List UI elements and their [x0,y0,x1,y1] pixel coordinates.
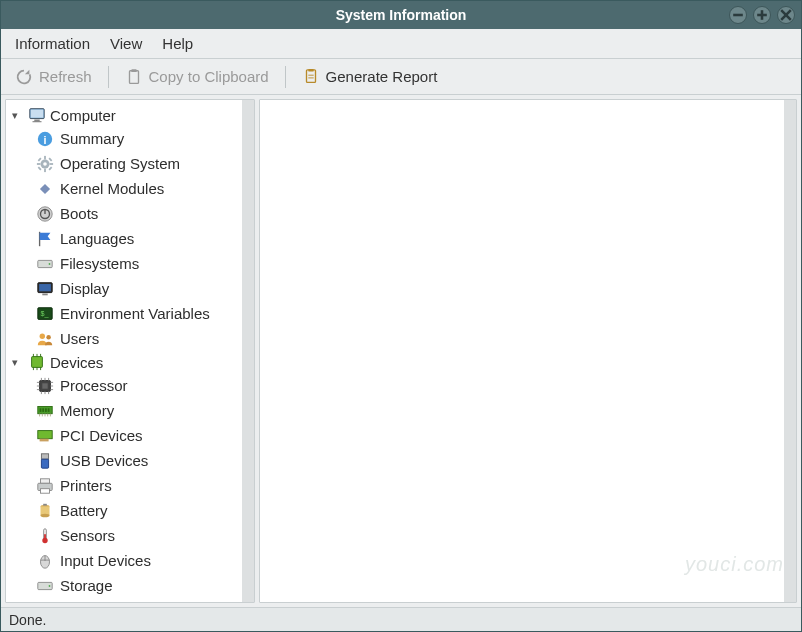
svg-rect-76 [41,478,50,483]
svg-rect-35 [39,284,51,291]
flag-icon [36,230,54,248]
svg-rect-85 [44,534,46,539]
svg-rect-41 [32,357,43,368]
svg-rect-74 [41,453,48,458]
drive-icon [36,577,54,595]
tree-item-label: Processor [60,377,128,394]
tree-item-label: Filesystems [60,255,139,272]
tree-item[interactable]: Kernel Modules [32,176,252,201]
terminal-icon: $_ [36,305,54,323]
svg-rect-78 [41,488,50,493]
tree-item[interactable]: Boots [32,201,252,226]
maximize-button[interactable] [753,6,771,24]
diamond-icon [36,180,54,198]
mouse-icon [36,552,54,570]
info-icon: i [36,130,54,148]
gear-icon [36,155,54,173]
tree-group-label: Computer [50,107,116,124]
tree-item-label: Printers [60,477,112,494]
svg-point-81 [41,513,50,517]
svg-rect-18 [44,155,46,159]
pci-icon [36,427,54,445]
tree-group: ▾ComputeriSummaryOperating SystemKernel … [8,104,252,351]
tree-item-label: Input Devices [60,552,151,569]
tree-item[interactable]: iSummary [32,126,252,151]
svg-rect-25 [38,166,42,170]
svg-rect-66 [48,408,50,412]
tree-item[interactable]: Display [32,276,252,301]
tree-group-label: Devices [50,354,103,371]
svg-rect-73 [40,438,49,441]
status-text: Done. [9,612,46,628]
svg-rect-14 [33,121,42,122]
watermark: youci.com [685,553,784,576]
titlebar: System Information [1,1,801,29]
tree-item-label: Users [60,330,99,347]
power-icon [36,205,54,223]
clipboard-icon [125,68,143,86]
svg-rect-75 [41,459,48,468]
tree-item-label: Display [60,280,109,297]
toolbar-separator [108,66,109,88]
svg-rect-6 [131,69,136,72]
svg-rect-13 [34,120,39,122]
svg-rect-5 [129,70,138,83]
svg-rect-23 [48,166,52,170]
expand-arrow-icon: ▾ [12,109,24,122]
expand-arrow-icon: ▾ [12,356,24,369]
copy-button[interactable]: Copy to Clipboard [119,65,275,89]
tree-item[interactable]: Memory [32,398,252,423]
menu-view[interactable]: View [100,31,152,56]
tree-item-label: Storage [60,577,113,594]
svg-point-40 [46,334,51,339]
tree-item[interactable]: PCI Devices [32,423,252,448]
svg-rect-64 [42,408,44,412]
menu-information[interactable]: Information [5,31,100,56]
scrollbar[interactable] [784,100,796,602]
close-button[interactable] [777,6,795,24]
usb-icon [36,452,54,470]
tree-group-header[interactable]: ▾Computer [8,104,252,126]
svg-point-33 [49,263,51,265]
tree-item[interactable]: Processor [32,373,252,398]
generate-report-button[interactable]: Generate Report [296,65,444,89]
refresh-icon [15,68,33,86]
tree-item[interactable]: $_Environment Variables [32,301,252,326]
svg-rect-8 [308,68,313,71]
tree-item[interactable]: Sensors [32,523,252,548]
toolbar-separator [285,66,286,88]
report-label: Generate Report [326,68,438,85]
drive-icon [36,255,54,273]
svg-rect-7 [306,69,315,82]
tree-pane: ▾ComputeriSummaryOperating SystemKernel … [5,99,255,603]
tree-item[interactable]: Users [32,326,252,351]
tree[interactable]: ▾ComputeriSummaryOperating SystemKernel … [6,100,254,602]
menu-help[interactable]: Help [152,31,203,56]
tree-group-header[interactable]: ▾Devices [8,351,252,373]
tree-children: iSummaryOperating SystemKernel ModulesBo… [8,126,252,351]
scrollbar[interactable] [242,100,254,602]
svg-point-90 [49,585,51,587]
tree-item[interactable]: Input Devices [32,548,252,573]
svg-rect-20 [37,163,41,165]
printer-icon [36,477,54,495]
battery-icon [36,502,54,520]
svg-rect-63 [40,408,42,412]
svg-rect-49 [42,383,47,388]
tree-item[interactable]: Languages [32,226,252,251]
memory-icon [36,402,54,420]
tree-item[interactable]: Storage [32,573,252,598]
tree-item[interactable]: Printers [32,473,252,498]
refresh-button[interactable]: Refresh [9,65,98,89]
tree-item[interactable]: Filesystems [32,251,252,276]
users-icon [36,330,54,348]
refresh-label: Refresh [39,68,92,85]
tree-item[interactable]: USB Devices [32,448,252,473]
svg-rect-22 [38,157,42,161]
svg-rect-72 [38,430,52,438]
tree-item-label: Memory [60,402,114,419]
tree-item[interactable]: Battery [32,498,252,523]
minimize-button[interactable] [729,6,747,24]
tree-item-label: Battery [60,502,108,519]
tree-item[interactable]: Operating System [32,151,252,176]
